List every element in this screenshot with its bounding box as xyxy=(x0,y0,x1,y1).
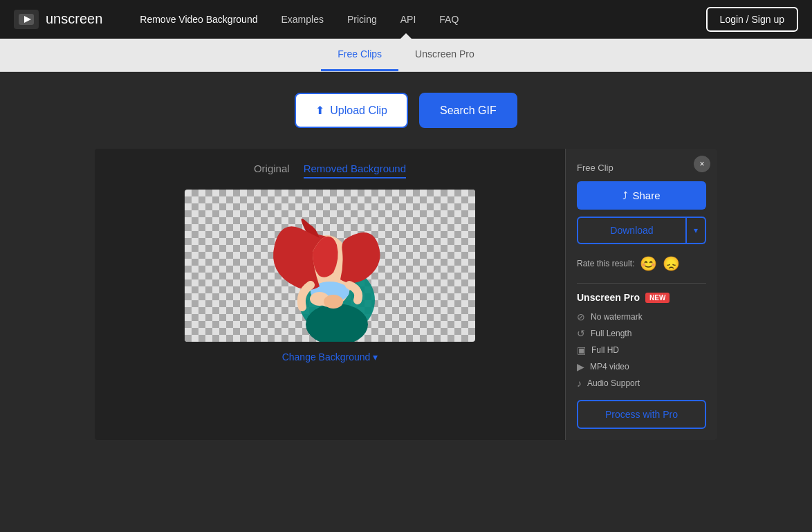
image-area xyxy=(185,190,475,342)
pro-header: Unscreen Pro NEW xyxy=(577,292,706,303)
left-panel: Original Removed Background xyxy=(95,149,565,440)
pro-label: Unscreen Pro xyxy=(577,292,640,303)
dropdown-arrow-icon: ▾ xyxy=(694,226,698,235)
rate-label: Rate this result: xyxy=(577,259,634,268)
tab-unscreen-pro[interactable]: Unscreen Pro xyxy=(398,39,491,71)
new-badge: NEW xyxy=(645,293,670,303)
full-length-icon: ↺ xyxy=(577,328,585,339)
svg-point-8 xyxy=(324,295,343,309)
nav-pricing[interactable]: Pricing xyxy=(338,8,387,30)
view-tabs: Original Removed Background xyxy=(109,163,551,178)
download-button[interactable]: Download xyxy=(577,217,687,244)
sad-emoji-button[interactable]: 😞 xyxy=(663,255,680,272)
process-with-pro-button[interactable]: Process with Pro xyxy=(577,400,706,429)
action-buttons: ⬆ Upload Clip Search GIF xyxy=(295,93,517,128)
nav-remove-video[interactable]: Remove Video Background xyxy=(130,8,267,30)
download-row: Download ▾ xyxy=(577,217,706,244)
download-options-button[interactable]: ▾ xyxy=(687,217,706,244)
right-panel: × Free Clip ⤴ Share Download ▾ Rate this… xyxy=(565,149,717,440)
login-button[interactable]: Login / Sign up xyxy=(706,7,798,32)
free-clip-label: Free Clip xyxy=(577,163,706,173)
tab-original[interactable]: Original xyxy=(254,163,290,178)
upload-icon: ⬆ xyxy=(315,104,324,117)
no-watermark-icon: ⊘ xyxy=(577,311,585,322)
feature-audio-support: ♪ Audio Support xyxy=(577,378,706,389)
sub-header: Free Clips Unscreen Pro xyxy=(0,39,812,72)
full-hd-icon: ▣ xyxy=(577,345,586,356)
tab-free-clips[interactable]: Free Clips xyxy=(321,39,398,71)
nav-examples[interactable]: Examples xyxy=(271,8,333,30)
feature-full-hd: ▣ Full HD xyxy=(577,345,706,356)
upload-clip-button[interactable]: ⬆ Upload Clip xyxy=(295,93,408,128)
main-content: ⬆ Upload Clip Search GIF Original Remove… xyxy=(0,72,812,532)
divider xyxy=(577,283,706,284)
checkerboard-bg xyxy=(185,190,475,342)
audio-icon: ♪ xyxy=(577,378,582,389)
logo-text: unscreen xyxy=(46,11,102,27)
happy-emoji-button[interactable]: 😊 xyxy=(640,255,657,272)
share-button[interactable]: ⤴ Share xyxy=(577,181,706,210)
main-nav: Remove Video Background Examples Pricing… xyxy=(130,8,705,30)
logo-icon xyxy=(14,10,39,29)
tab-removed-background[interactable]: Removed Background xyxy=(304,163,406,178)
feature-mp4-video: ▶ MP4 video xyxy=(577,361,706,372)
rating-row: Rate this result: 😊 😞 xyxy=(577,255,706,272)
feature-full-length: ↺ Full Length xyxy=(577,328,706,339)
logo[interactable]: unscreen xyxy=(14,10,102,29)
sub-header-arrow xyxy=(399,33,413,40)
nav-api[interactable]: API xyxy=(391,8,426,30)
pro-features-list: ⊘ No watermark ↺ Full Length ▣ Full HD ▶… xyxy=(577,311,706,389)
search-gif-button[interactable]: Search GIF xyxy=(419,93,517,128)
mp4-icon: ▶ xyxy=(577,361,584,372)
chevron-down-icon: ▾ xyxy=(373,351,378,363)
nav-faq[interactable]: FAQ xyxy=(430,8,468,30)
main-panel: Original Removed Background xyxy=(95,149,717,440)
close-button[interactable]: × xyxy=(694,156,710,172)
change-background-button[interactable]: Change Background ▾ xyxy=(282,351,378,363)
feature-no-watermark: ⊘ No watermark xyxy=(577,311,706,322)
share-icon: ⤴ xyxy=(622,190,628,201)
ariel-image xyxy=(185,190,475,342)
